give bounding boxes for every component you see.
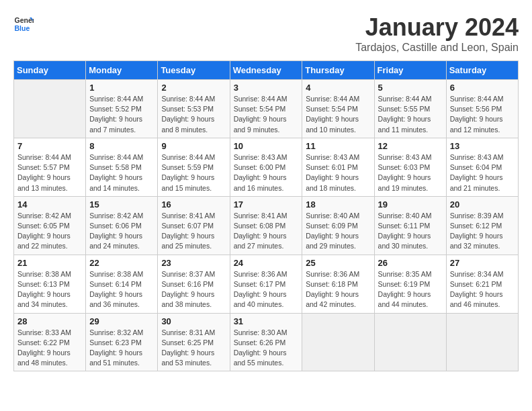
calendar-title: January 2024 xyxy=(355,13,519,42)
day-number: 15 xyxy=(89,199,154,210)
day-number: 8 xyxy=(89,141,154,151)
title-section: January 2024 Tardajos, Castille and Leon… xyxy=(355,13,519,54)
day-info: Sunrise: 8:44 AMSunset: 5:58 PMDaylight:… xyxy=(89,152,154,193)
calendar-cell: 18Sunrise: 8:40 AMSunset: 6:09 PMDayligh… xyxy=(302,196,374,255)
calendar-cell xyxy=(446,313,518,371)
weekday-header-row: SundayMondayTuesdayWednesdayThursdayFrid… xyxy=(14,61,519,80)
day-number: 25 xyxy=(306,258,370,268)
day-number: 1 xyxy=(89,83,154,93)
day-info: Sunrise: 8:35 AMSunset: 6:19 PMDaylight:… xyxy=(378,269,443,310)
calendar-cell: 13Sunrise: 8:43 AMSunset: 6:04 PMDayligh… xyxy=(446,138,518,196)
calendar-cell: 31Sunrise: 8:30 AMSunset: 6:26 PMDayligh… xyxy=(230,313,302,371)
calendar-table: SundayMondayTuesdayWednesdayThursdayFrid… xyxy=(13,60,519,371)
calendar-cell: 23Sunrise: 8:37 AMSunset: 6:16 PMDayligh… xyxy=(158,255,230,313)
day-number: 19 xyxy=(378,199,443,210)
calendar-cell: 22Sunrise: 8:38 AMSunset: 6:14 PMDayligh… xyxy=(86,255,158,313)
calendar-cell: 19Sunrise: 8:40 AMSunset: 6:11 PMDayligh… xyxy=(374,196,446,255)
day-info: Sunrise: 8:42 AMSunset: 6:06 PMDaylight:… xyxy=(89,211,154,252)
logo-icon: General Blue xyxy=(13,13,34,34)
calendar-cell: 3Sunrise: 8:44 AMSunset: 5:54 PMDaylight… xyxy=(230,80,302,138)
calendar-cell: 21Sunrise: 8:38 AMSunset: 6:13 PMDayligh… xyxy=(14,255,86,313)
day-info: Sunrise: 8:44 AMSunset: 5:55 PMDaylight:… xyxy=(378,94,443,135)
week-row-4: 21Sunrise: 8:38 AMSunset: 6:13 PMDayligh… xyxy=(14,255,519,313)
calendar-cell: 11Sunrise: 8:43 AMSunset: 6:01 PMDayligh… xyxy=(302,138,374,196)
weekday-header-sunday: Sunday xyxy=(14,61,86,80)
day-info: Sunrise: 8:43 AMSunset: 6:00 PMDaylight:… xyxy=(234,152,299,193)
day-info: Sunrise: 8:38 AMSunset: 6:14 PMDaylight:… xyxy=(89,269,154,310)
calendar-cell: 6Sunrise: 8:44 AMSunset: 5:56 PMDaylight… xyxy=(446,80,518,138)
weekday-header-tuesday: Tuesday xyxy=(158,61,230,80)
calendar-cell: 8Sunrise: 8:44 AMSunset: 5:58 PMDaylight… xyxy=(86,138,158,196)
day-info: Sunrise: 8:36 AMSunset: 6:18 PMDaylight:… xyxy=(306,269,370,310)
day-info: Sunrise: 8:33 AMSunset: 6:22 PMDaylight:… xyxy=(17,328,82,369)
calendar-cell: 24Sunrise: 8:36 AMSunset: 6:17 PMDayligh… xyxy=(230,255,302,313)
calendar-cell: 28Sunrise: 8:33 AMSunset: 6:22 PMDayligh… xyxy=(14,313,86,371)
logo: General Blue xyxy=(13,13,34,34)
day-number: 3 xyxy=(234,83,299,93)
day-info: Sunrise: 8:41 AMSunset: 6:08 PMDaylight:… xyxy=(234,211,299,252)
day-info: Sunrise: 8:44 AMSunset: 5:53 PMDaylight:… xyxy=(161,94,226,135)
calendar-subtitle: Tardajos, Castille and Leon, Spain xyxy=(355,42,519,54)
day-info: Sunrise: 8:40 AMSunset: 6:09 PMDaylight:… xyxy=(306,211,370,252)
day-info: Sunrise: 8:32 AMSunset: 6:23 PMDaylight:… xyxy=(89,328,154,369)
day-info: Sunrise: 8:39 AMSunset: 6:12 PMDaylight:… xyxy=(450,211,515,252)
calendar-cell: 16Sunrise: 8:41 AMSunset: 6:07 PMDayligh… xyxy=(158,196,230,255)
day-info: Sunrise: 8:41 AMSunset: 6:07 PMDaylight:… xyxy=(161,211,226,252)
calendar-cell: 4Sunrise: 8:44 AMSunset: 5:54 PMDaylight… xyxy=(302,80,374,138)
day-info: Sunrise: 8:44 AMSunset: 5:56 PMDaylight:… xyxy=(450,94,515,135)
calendar-cell: 5Sunrise: 8:44 AMSunset: 5:55 PMDaylight… xyxy=(374,80,446,138)
calendar-cell: 20Sunrise: 8:39 AMSunset: 6:12 PMDayligh… xyxy=(446,196,518,255)
day-number: 5 xyxy=(378,83,443,93)
calendar-cell xyxy=(302,313,374,371)
weekday-header-wednesday: Wednesday xyxy=(230,61,302,80)
day-number: 26 xyxy=(378,258,443,268)
svg-text:General: General xyxy=(15,16,34,24)
weekday-header-saturday: Saturday xyxy=(446,61,518,80)
day-number: 20 xyxy=(450,199,515,210)
day-info: Sunrise: 8:44 AMSunset: 5:54 PMDaylight:… xyxy=(234,94,299,135)
day-info: Sunrise: 8:38 AMSunset: 6:13 PMDaylight:… xyxy=(17,269,82,310)
day-number: 22 xyxy=(89,258,154,268)
calendar-cell: 15Sunrise: 8:42 AMSunset: 6:06 PMDayligh… xyxy=(86,196,158,255)
day-number: 17 xyxy=(234,199,299,210)
calendar-cell: 2Sunrise: 8:44 AMSunset: 5:53 PMDaylight… xyxy=(158,80,230,138)
day-info: Sunrise: 8:44 AMSunset: 5:59 PMDaylight:… xyxy=(161,152,226,193)
calendar-cell: 25Sunrise: 8:36 AMSunset: 6:18 PMDayligh… xyxy=(302,255,374,313)
day-number: 27 xyxy=(450,258,515,268)
calendar-cell: 12Sunrise: 8:43 AMSunset: 6:03 PMDayligh… xyxy=(374,138,446,196)
day-number: 23 xyxy=(161,258,226,268)
week-row-1: 1Sunrise: 8:44 AMSunset: 5:52 PMDaylight… xyxy=(14,80,519,138)
day-info: Sunrise: 8:34 AMSunset: 6:21 PMDaylight:… xyxy=(450,269,515,310)
day-info: Sunrise: 8:43 AMSunset: 6:01 PMDaylight:… xyxy=(306,152,370,193)
day-number: 2 xyxy=(161,83,226,93)
week-row-5: 28Sunrise: 8:33 AMSunset: 6:22 PMDayligh… xyxy=(14,313,519,371)
day-info: Sunrise: 8:37 AMSunset: 6:16 PMDaylight:… xyxy=(161,269,226,310)
day-number: 11 xyxy=(306,141,370,151)
day-number: 9 xyxy=(161,141,226,151)
day-info: Sunrise: 8:30 AMSunset: 6:26 PMDaylight:… xyxy=(234,328,299,369)
day-number: 29 xyxy=(89,316,154,326)
day-number: 16 xyxy=(161,199,226,210)
calendar-cell: 10Sunrise: 8:43 AMSunset: 6:00 PMDayligh… xyxy=(230,138,302,196)
day-number: 6 xyxy=(450,83,515,93)
day-info: Sunrise: 8:31 AMSunset: 6:25 PMDaylight:… xyxy=(161,328,226,369)
day-number: 4 xyxy=(306,83,370,93)
day-number: 28 xyxy=(17,316,82,326)
day-number: 18 xyxy=(306,199,370,210)
day-info: Sunrise: 8:44 AMSunset: 5:57 PMDaylight:… xyxy=(17,152,82,193)
day-number: 31 xyxy=(234,316,299,326)
weekday-header-monday: Monday xyxy=(86,61,158,80)
day-info: Sunrise: 8:42 AMSunset: 6:05 PMDaylight:… xyxy=(17,211,82,252)
day-number: 13 xyxy=(450,141,515,151)
day-info: Sunrise: 8:44 AMSunset: 5:54 PMDaylight:… xyxy=(306,94,370,135)
calendar-cell: 7Sunrise: 8:44 AMSunset: 5:57 PMDaylight… xyxy=(14,138,86,196)
weekday-header-friday: Friday xyxy=(374,61,446,80)
day-number: 14 xyxy=(17,199,82,210)
day-number: 12 xyxy=(378,141,443,151)
day-info: Sunrise: 8:43 AMSunset: 6:04 PMDaylight:… xyxy=(450,152,515,193)
calendar-cell: 1Sunrise: 8:44 AMSunset: 5:52 PMDaylight… xyxy=(86,80,158,138)
page-header: General Blue January 2024 Tardajos, Cast… xyxy=(13,13,519,54)
calendar-cell: 14Sunrise: 8:42 AMSunset: 6:05 PMDayligh… xyxy=(14,196,86,255)
svg-text:Blue: Blue xyxy=(15,24,30,32)
day-number: 21 xyxy=(17,258,82,268)
